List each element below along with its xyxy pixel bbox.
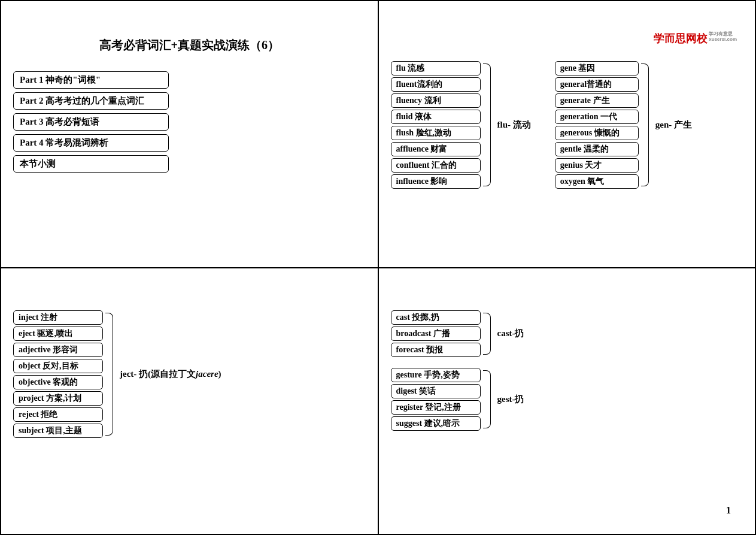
word-item: project 方案,计划 <box>13 391 103 406</box>
word-item: adjective 形容词 <box>13 343 103 357</box>
toc-item: Part 1 神奇的"词根" <box>13 71 169 89</box>
word-list: inject 注射 eject 驱逐,喷出 adjective 形容词 obje… <box>13 310 103 438</box>
toc-item: Part 4 常考易混词辨析 <box>13 134 169 152</box>
word-item: forecast 预报 <box>391 343 481 357</box>
word-group-flu: flu 流感 fluent流利的 fluency 流利 fluid 液体 flu… <box>391 61 531 189</box>
word-item: general普通的 <box>555 77 639 92</box>
quadrant-3: inject 注射 eject 驱逐,喷出 adjective 形容词 obje… <box>1 268 378 535</box>
bracket-icon <box>483 368 495 431</box>
word-item: inject 注射 <box>13 310 103 325</box>
root-label-gest: gest-扔 <box>497 394 524 405</box>
word-item: affluence 财富 <box>391 142 481 156</box>
word-item: fluid 液体 <box>391 110 481 124</box>
word-item: reject 拒绝 <box>13 407 103 422</box>
word-item: generous 慷慨的 <box>555 126 639 140</box>
word-list: gesture 手势,姿势 digest 笑话 register 登记,注册 s… <box>391 368 481 431</box>
logo-sub1: 学习有意思 <box>709 31 733 37</box>
bracket-icon <box>105 310 117 438</box>
word-item: generate 产生 <box>555 93 639 108</box>
word-group-ject: inject 注射 eject 驱逐,喷出 adjective 形容词 obje… <box>13 310 366 438</box>
word-item: digest 笑话 <box>391 384 481 398</box>
word-item: gentle 温柔的 <box>555 142 639 156</box>
word-list: flu 流感 fluent流利的 fluency 流利 fluid 液体 flu… <box>391 61 481 189</box>
word-item: objective 客观的 <box>13 375 103 389</box>
page-title: 高考必背词汇+真题实战演练（6） <box>13 37 366 53</box>
root-label-gen: gen- 产生 <box>655 119 692 131</box>
word-item: cast 投掷,扔 <box>391 310 481 325</box>
word-item: subject 项目,主题 <box>13 424 103 438</box>
page-number: 1 <box>726 505 731 516</box>
word-item: gesture 手势,姿势 <box>391 368 481 382</box>
word-item: gene 基因 <box>555 61 639 75</box>
word-item: confluent 汇合的 <box>391 158 481 173</box>
root-label-flu: flu- 流动 <box>497 119 531 131</box>
word-item: fluency 流利 <box>391 93 481 108</box>
word-item: fluent流利的 <box>391 77 481 92</box>
logo-main: 学而思网校 <box>654 32 708 44</box>
word-group-gen: gene 基因 general普通的 generate 产生 generatio… <box>555 61 692 189</box>
toc-item: Part 3 高考必背短语 <box>13 113 169 131</box>
logo-sub2: xueersi.com <box>709 37 737 42</box>
brand-logo: 学而思网校学习有意思xueersi.com <box>654 31 737 46</box>
word-item: flush 脸红,激动 <box>391 126 481 140</box>
word-item: flu 流感 <box>391 61 481 75</box>
word-item: oxygen 氧气 <box>555 174 639 189</box>
root-label-ject: ject- 扔(源自拉丁文jacere) <box>120 368 221 380</box>
word-item: eject 驱逐,喷出 <box>13 327 103 341</box>
quadrant-4: cast 投掷,扔 broadcast 广播 forecast 预报 cast-… <box>378 268 756 535</box>
word-item: broadcast 广播 <box>391 327 481 341</box>
page-grid: 高考必背词汇+真题实战演练（6） Part 1 神奇的"词根" Part 2 高… <box>0 0 756 535</box>
bracket-icon <box>483 61 495 189</box>
toc-item: 本节小测 <box>13 155 169 173</box>
word-item: register 登记,注册 <box>391 400 481 415</box>
bracket-icon <box>641 61 653 189</box>
quadrant-2: 学而思网校学习有意思xueersi.com flu 流感 fluent流利的 f… <box>378 1 756 268</box>
word-item: generation 一代 <box>555 110 639 124</box>
word-group-cast: cast 投掷,扔 broadcast 广播 forecast 预报 cast-… <box>391 310 743 357</box>
word-item: object 反对,目标 <box>13 359 103 373</box>
word-item: genius 天才 <box>555 158 639 173</box>
toc-item: Part 2 高考考过的几个重点词汇 <box>13 92 169 110</box>
quadrant-1: 高考必背词汇+真题实战演练（6） Part 1 神奇的"词根" Part 2 高… <box>1 1 378 268</box>
word-list: cast 投掷,扔 broadcast 广播 forecast 预报 <box>391 310 481 357</box>
root-label-cast: cast-扔 <box>497 328 524 339</box>
word-item: suggest 建议,暗示 <box>391 416 481 431</box>
word-item: influence 影响 <box>391 174 481 189</box>
word-group-gest: gesture 手势,姿势 digest 笑话 register 登记,注册 s… <box>391 368 743 431</box>
toc-list: Part 1 神奇的"词根" Part 2 高考考过的几个重点词汇 Part 3… <box>13 71 366 173</box>
bracket-icon <box>483 310 495 357</box>
word-list: gene 基因 general普通的 generate 产生 generatio… <box>555 61 639 189</box>
